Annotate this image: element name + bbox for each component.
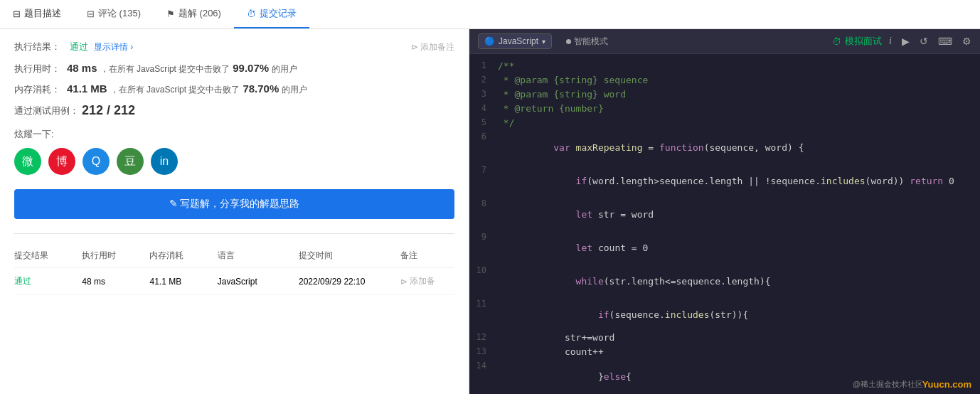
code-line-5: 5 */ — [469, 117, 980, 131]
tab-solutions[interactable]: ⚑ 题解 (206) — [154, 0, 234, 28]
result-status[interactable]: 通过 — [70, 41, 88, 53]
test-value: 212 / 212 — [82, 103, 135, 118]
mem-desc: ，在所有 JavaScript 提交中击败了 — [110, 84, 240, 96]
tab-bar: ⊟ 题目描述 ⊟ 评论 (135) ⚑ 题解 (206) ⏱ 提交记录 — [0, 0, 980, 29]
col-header-mem: 内存消耗 — [149, 250, 217, 262]
qq-btn[interactable]: Q — [82, 148, 110, 175]
douban-btn[interactable]: 豆 — [117, 148, 144, 175]
settings-icon[interactable]: ⚙ — [962, 36, 971, 47]
col-header-note: 备注 — [400, 250, 454, 262]
time-suffix: 的用户 — [272, 63, 297, 75]
code-line-3: 3 * @param {string} word — [469, 88, 980, 102]
flag-icon: ⊳ — [400, 277, 408, 287]
editor-toolbar: 🔵 JavaScript ▾ 智能模式 ⏱ 模拟面试 i ▶ ↺ ⌨ ⚙ — [469, 29, 980, 54]
row-lang: JavaScript — [218, 277, 299, 287]
mem-percent: 78.70% — [243, 82, 279, 95]
code-line-7: 7 if(word.length>sequence.length || !seq… — [469, 164, 980, 198]
col-header-result: 提交结果 — [14, 250, 82, 262]
time-value: 48 ms — [67, 62, 97, 74]
reset-icon[interactable]: ↺ — [920, 36, 928, 47]
linkedin-btn[interactable]: in — [151, 148, 178, 175]
row-date: 2022/09/29 22:10 — [299, 277, 400, 287]
play-icon[interactable]: ▶ — [902, 36, 910, 47]
chevron-down-icon: ▾ — [542, 38, 545, 46]
toolbar-icons: i ▶ ↺ ⌨ ⚙ — [889, 36, 971, 47]
smart-dot-icon — [566, 39, 571, 44]
solutions-icon: ⚑ — [166, 9, 175, 19]
code-line-1: 1 /** — [469, 60, 980, 74]
mem-value: 41.1 MB — [67, 82, 107, 95]
result-label: 执行结果： — [14, 41, 64, 53]
code-line-12: 12 str+=word — [469, 331, 980, 346]
wechat-btn[interactable]: 微 — [14, 148, 41, 175]
code-line-4: 4 * @return {number} — [469, 102, 980, 117]
clock-icon: ⏱ — [832, 36, 841, 47]
submissions-table: 提交结果 执行用时 内存消耗 语言 提交时间 备注 通过 48 ms 41.1 … — [14, 244, 454, 295]
mock-interview-btn[interactable]: ⏱ 模拟面试 — [832, 35, 882, 48]
main-content: 执行结果： 通过 显示详情 › ⊳ 添加备注 执行用时： 48 ms ，在所有 … — [0, 29, 980, 394]
table-row: 通过 48 ms 41.1 MB JavaScript 2022/09/29 2… — [14, 268, 454, 295]
language-selector[interactable]: 🔵 JavaScript ▾ — [478, 33, 552, 49]
code-line-2: 2 * @param {string} sequence — [469, 74, 980, 88]
tab-description[interactable]: ⊟ 题目描述 — [0, 0, 74, 28]
tab-submissions[interactable]: ⏱ 提交记录 — [234, 0, 309, 28]
row-time: 48 ms — [82, 277, 149, 287]
js-icon: 🔵 — [484, 36, 495, 46]
time-label: 执行用时： — [14, 63, 64, 75]
row-mem: 41.1 MB — [149, 277, 217, 287]
submissions-icon: ⏱ — [247, 9, 256, 19]
test-cases-row: 通过测试用例： 212 / 212 — [14, 103, 454, 118]
table-header: 提交结果 执行用时 内存消耗 语言 提交时间 备注 — [14, 244, 454, 268]
description-icon: ⊟ — [13, 9, 21, 19]
right-panel: 🔵 JavaScript ▾ 智能模式 ⏱ 模拟面试 i ▶ ↺ ⌨ ⚙ — [469, 29, 980, 394]
code-line-8: 8 let str = word — [469, 198, 980, 231]
code-line-14: 14 }else{ — [469, 360, 980, 393]
code-line-9: 9 let count = 0 — [469, 231, 980, 265]
info-icon[interactable]: i — [889, 36, 892, 47]
left-panel: 执行结果： 通过 显示详情 › ⊳ 添加备注 执行用时： 48 ms ，在所有 … — [0, 29, 469, 394]
social-icons: 微 博 Q 豆 in — [14, 148, 454, 175]
code-line-10: 10 while(str.length<=sequence.length){ — [469, 265, 980, 298]
row-note-btn[interactable]: ⊳ 添加备 — [400, 275, 454, 287]
row-result[interactable]: 通过 — [14, 275, 82, 287]
weibo-btn[interactable]: 博 — [48, 148, 75, 175]
share-label: 炫耀一下: — [14, 128, 454, 141]
terminal-icon[interactable]: ⌨ — [938, 36, 952, 47]
time-desc: ，在所有 JavaScript 提交中击败了 — [100, 63, 230, 75]
exec-time-row: 执行用时： 48 ms ，在所有 JavaScript 提交中击败了 99.07… — [14, 62, 454, 75]
bookmark-btn[interactable]: ⊳ 添加备注 — [411, 41, 454, 53]
write-solution-btn[interactable]: ✎ 写题解，分享我的解题思路 — [14, 189, 454, 219]
mem-label: 内存消耗： — [14, 83, 64, 96]
code-line-11: 11 if(sequence.includes(str)){ — [469, 298, 980, 331]
mem-suffix: 的用户 — [282, 84, 307, 96]
col-header-date: 提交时间 — [299, 250, 400, 262]
execution-result-row: 执行结果： 通过 显示详情 › ⊳ 添加备注 — [14, 41, 454, 53]
tab-comments[interactable]: ⊟ 评论 (135) — [74, 0, 154, 28]
test-label: 通过测试用例： — [14, 105, 79, 117]
code-line-6: 6 var maxRepeating = function(sequence, … — [469, 131, 980, 164]
comment-icon: ⊟ — [87, 9, 95, 19]
result-detail-link[interactable]: 显示详情 › — [94, 41, 133, 53]
smart-mode: 智能模式 — [566, 36, 608, 48]
code-line-13: 13 count++ — [469, 346, 980, 360]
col-header-lang: 语言 — [218, 250, 299, 262]
col-header-time: 执行用时 — [82, 250, 149, 262]
code-editor[interactable]: 1 /** 2 * @param {string} sequence 3 * @… — [469, 54, 980, 394]
time-percent: 99.07% — [233, 62, 269, 74]
mem-row: 内存消耗： 41.1 MB ，在所有 JavaScript 提交中击败了 78.… — [14, 82, 454, 96]
